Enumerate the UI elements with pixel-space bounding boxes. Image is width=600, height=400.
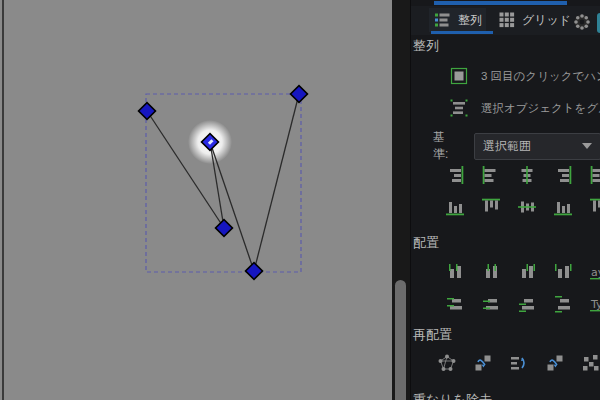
exchange-stacking-order-icon[interactable] <box>509 353 529 373</box>
canvas-vertical-scrollbar[interactable] <box>392 0 410 400</box>
path-node[interactable] <box>291 86 308 103</box>
move-as-group-option[interactable]: 選択オブジェクトをグループとして移動 <box>449 98 600 118</box>
tab-align-label: 整列 <box>458 12 482 29</box>
remove-overlap-section-title: 重なりを除去 <box>413 391 492 400</box>
on-canvas-handles-label: 3 回目のクリックでハンドルを有効化 <box>481 69 600 84</box>
align-top-edges-icon[interactable] <box>481 197 501 217</box>
active-tab-indicator <box>431 31 493 34</box>
path-overlay <box>0 0 392 400</box>
dialog-settings-button[interactable] <box>571 11 593 33</box>
relative-to-dropdown[interactable]: 選択範囲 <box>474 133 600 160</box>
text-baseline-h-icon[interactable]: ay <box>589 262 600 282</box>
tab-grid-label: グリッド <box>522 12 571 29</box>
path-segment <box>210 142 254 271</box>
align-right-edges-icon[interactable] <box>553 165 573 185</box>
align-bottom-edges-icon[interactable] <box>553 197 573 217</box>
distribute-gaps-v-icon[interactable] <box>553 294 573 314</box>
distribute-top-icon[interactable] <box>445 294 465 314</box>
align-tab-icon <box>433 10 453 30</box>
exchange-selection-order-icon[interactable] <box>473 353 493 373</box>
align-distribute-panel: 整列 グリッド 整列 3 回目のクリックでハンドルを有効化 選択オブジェクトをグ… <box>410 0 600 400</box>
align-top-anchor-icon[interactable] <box>589 197 600 217</box>
rearrange-row <box>411 352 600 374</box>
path-node[interactable] <box>216 220 233 237</box>
align-bottom-anchor-icon[interactable] <box>445 197 465 217</box>
on-canvas-handles-icon[interactable] <box>449 66 469 86</box>
text-baseline-v-icon[interactable]: Ty <box>589 294 600 314</box>
application-window: 整列 グリッド 整列 3 回目のクリックでハンドルを有効化 選択オブジェクトをグ… <box>0 0 600 400</box>
distribute-section-title: 配置 <box>413 234 439 252</box>
chevron-down-icon <box>582 143 592 149</box>
on-canvas-handles-option[interactable]: 3 回目のクリックでハンドルを有効化 <box>449 66 600 86</box>
distribute-center-h-icon[interactable] <box>481 262 501 282</box>
align-vertical-row <box>411 196 600 218</box>
align-right-anchor-icon[interactable] <box>445 165 465 185</box>
gear-icon <box>572 12 592 32</box>
distribute-horizontal-row: ay <box>411 261 600 283</box>
align-left-anchor-icon[interactable] <box>589 165 600 185</box>
align-left-edges-icon[interactable] <box>481 165 501 185</box>
graph-layout-icon[interactable] <box>437 353 457 373</box>
distribute-left-icon[interactable] <box>445 262 465 282</box>
move-as-group-icon[interactable] <box>449 98 469 118</box>
exchange-clockwise-icon[interactable] <box>545 353 565 373</box>
grid-tab-icon <box>497 10 517 30</box>
align-center-horizontal-icon[interactable] <box>517 165 537 185</box>
distribute-center-v-icon[interactable] <box>481 294 501 314</box>
align-horizontal-row <box>411 164 600 186</box>
distribute-bottom-icon[interactable] <box>517 294 537 314</box>
svg-text:ay: ay <box>591 266 600 279</box>
align-center-vertical-icon[interactable] <box>517 197 537 217</box>
distribute-vertical-row: Ty <box>411 293 600 315</box>
relative-to-label: 基準: <box>433 129 460 163</box>
tab-align[interactable]: 整列 <box>429 8 486 32</box>
scrollbar-thumb[interactable] <box>395 280 406 400</box>
path-node[interactable] <box>246 263 263 280</box>
path-segment <box>254 94 299 271</box>
relative-to-value: 選択範囲 <box>483 138 531 155</box>
unclump-icon[interactable] <box>581 353 600 373</box>
distribute-right-icon[interactable] <box>517 262 537 282</box>
dock-accent-bar <box>434 1 567 5</box>
path-node[interactable] <box>139 103 156 120</box>
relative-to-row: 基準: 選択範囲 <box>433 129 600 163</box>
distribute-gaps-h-icon[interactable] <box>553 262 573 282</box>
align-section-title: 整列 <box>413 37 439 55</box>
tab-grid[interactable]: グリッド <box>493 8 575 32</box>
move-as-group-label: 選択オブジェクトをグループとして移動 <box>481 101 600 116</box>
rearrange-section-title: 再配置 <box>413 326 452 344</box>
svg-text:Ty: Ty <box>590 298 600 311</box>
drawing-canvas[interactable] <box>0 0 392 400</box>
